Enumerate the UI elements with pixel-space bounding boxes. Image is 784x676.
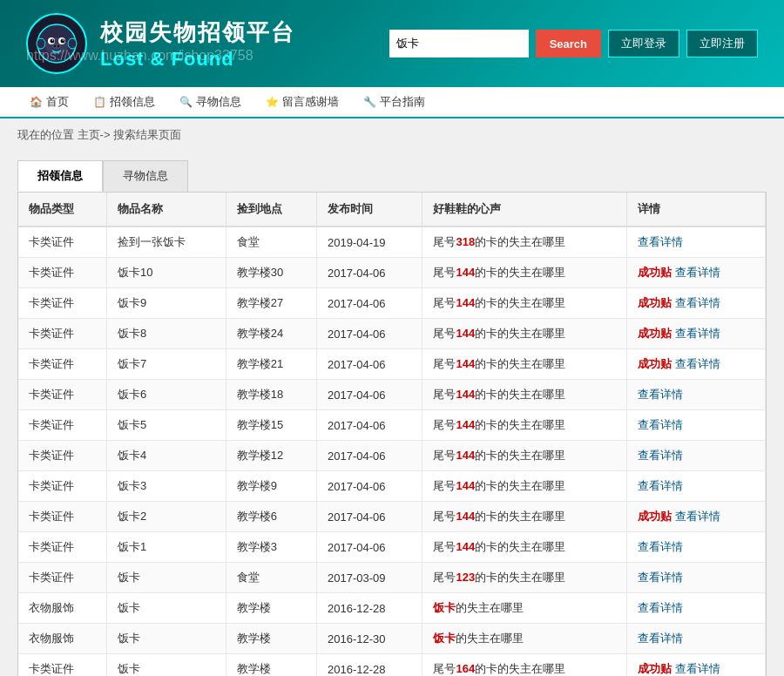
detail-link[interactable]: 查看详情 bbox=[638, 632, 683, 645]
cell-name: 饭卡7 bbox=[107, 349, 226, 380]
tab-claim-info[interactable]: 招领信息 bbox=[17, 160, 103, 192]
cell-place: 教学楼18 bbox=[226, 380, 316, 410]
svg-point-2 bbox=[68, 38, 77, 49]
cell-type: 衣物服饰 bbox=[18, 593, 107, 624]
register-button[interactable]: 立即注册 bbox=[686, 30, 758, 57]
search-nav-icon: 🔍 bbox=[179, 96, 193, 108]
detail-link[interactable]: 查看详情 bbox=[638, 479, 683, 492]
detail-link[interactable]: 查看详情 bbox=[675, 357, 720, 370]
nav-item-home[interactable]: 🏠 首页 bbox=[17, 87, 81, 117]
nav-item-claim[interactable]: 📋 招领信息 bbox=[81, 87, 167, 117]
success-badge: 成功贴 bbox=[638, 327, 675, 340]
cell-detail[interactable]: 成功贴 查看详情 bbox=[627, 502, 766, 532]
cell-place: 教学楼6 bbox=[226, 502, 316, 532]
table-row: 衣物服饰饭卡教学楼2016-12-28饭卡的失主在哪里查看详情 bbox=[18, 593, 766, 624]
cell-type: 卡类证件 bbox=[18, 502, 107, 532]
detail-link[interactable]: 查看详情 bbox=[638, 540, 683, 553]
detail-link[interactable]: 查看详情 bbox=[638, 388, 683, 401]
cell-detail[interactable]: 成功贴 查看详情 bbox=[627, 654, 766, 677]
cell-place: 教学楼3 bbox=[226, 532, 316, 563]
detail-link[interactable]: 查看详情 bbox=[638, 418, 683, 431]
cell-place: 教学楼9 bbox=[226, 471, 316, 502]
cell-detail[interactable]: 查看详情 bbox=[627, 532, 766, 563]
tab-bar: 招领信息 寻物信息 bbox=[17, 160, 767, 192]
cell-detail[interactable]: 查看详情 bbox=[627, 624, 766, 654]
nav-item-guide[interactable]: 🔧 平台指南 bbox=[351, 87, 437, 117]
cell-message: 尾号144的卡的失主在哪里 bbox=[422, 319, 627, 349]
success-badge: 成功贴 bbox=[638, 296, 675, 309]
cell-date: 2017-04-06 bbox=[317, 471, 422, 502]
detail-link[interactable]: 查看详情 bbox=[638, 449, 683, 462]
cell-detail[interactable]: 查看详情 bbox=[627, 441, 766, 471]
search-input[interactable] bbox=[389, 30, 529, 57]
svg-point-6 bbox=[51, 39, 55, 44]
cell-detail[interactable]: 查看详情 bbox=[627, 380, 766, 410]
detail-link[interactable]: 查看详情 bbox=[638, 601, 683, 614]
cell-detail[interactable]: 查看详情 bbox=[627, 410, 766, 441]
cell-date: 2017-04-06 bbox=[317, 258, 422, 288]
tab-lost-info[interactable]: 寻物信息 bbox=[103, 160, 188, 192]
cell-name: 饭卡 bbox=[107, 593, 226, 624]
detail-link[interactable]: 查看详情 bbox=[675, 662, 720, 675]
cell-date: 2017-04-06 bbox=[317, 502, 422, 532]
nav-label-thanks: 留言感谢墙 bbox=[282, 94, 339, 110]
cell-message: 尾号144的卡的失主在哪里 bbox=[422, 502, 627, 532]
nav-item-thanks[interactable]: ⭐ 留言感谢墙 bbox=[253, 87, 351, 117]
detail-link[interactable]: 查看详情 bbox=[675, 327, 720, 340]
cell-date: 2016-12-30 bbox=[317, 624, 422, 654]
svg-point-8 bbox=[52, 39, 54, 41]
cell-detail[interactable]: 查看详情 bbox=[627, 471, 766, 502]
cell-name: 饭卡 bbox=[107, 563, 226, 593]
cell-date: 2017-04-06 bbox=[317, 349, 422, 380]
table-row: 卡类证件饭卡2教学楼62017-04-06尾号144的卡的失主在哪里成功贴 查看… bbox=[18, 502, 766, 532]
main-content: 招领信息 寻物信息 物品类型 物品名称 捡到地点 发布时间 好鞋鞋的心声 详情 … bbox=[0, 152, 784, 676]
guide-icon: 🔧 bbox=[363, 96, 376, 108]
search-button[interactable]: Search bbox=[536, 30, 601, 57]
detail-link[interactable]: 查看详情 bbox=[675, 510, 720, 523]
cell-detail[interactable]: 成功贴 查看详情 bbox=[627, 319, 766, 349]
cell-detail[interactable]: 查看详情 bbox=[627, 563, 766, 593]
cell-message: 尾号144的卡的失主在哪里 bbox=[422, 288, 627, 319]
cell-place: 教学楼24 bbox=[226, 319, 316, 349]
table-row: 卡类证件饭卡6教学楼182017-04-06尾号144的卡的失主在哪里查看详情 bbox=[18, 380, 766, 410]
cell-name: 饭卡4 bbox=[107, 441, 226, 471]
cell-name: 捡到一张饭卡 bbox=[107, 226, 226, 258]
cell-message: 尾号144的卡的失主在哪里 bbox=[422, 441, 627, 471]
detail-link[interactable]: 查看详情 bbox=[675, 296, 720, 309]
cell-detail[interactable]: 成功贴 查看详情 bbox=[627, 258, 766, 288]
cell-date: 2017-04-06 bbox=[317, 441, 422, 471]
cell-place: 教学楼15 bbox=[226, 410, 316, 441]
cell-date: 2016-12-28 bbox=[317, 593, 422, 624]
col-header-name: 物品名称 bbox=[107, 193, 226, 226]
cell-message: 饭卡的失主在哪里 bbox=[422, 593, 627, 624]
table-row: 卡类证件饭卡8教学楼242017-04-06尾号144的卡的失主在哪里成功贴 查… bbox=[18, 319, 766, 349]
cell-date: 2017-04-06 bbox=[317, 288, 422, 319]
success-badge: 成功贴 bbox=[638, 510, 675, 523]
cell-name: 饭卡3 bbox=[107, 471, 226, 502]
login-button[interactable]: 立即登录 bbox=[608, 30, 679, 57]
cell-type: 卡类证件 bbox=[18, 471, 107, 502]
cell-message: 尾号144的卡的失主在哪里 bbox=[422, 380, 627, 410]
star-icon: ⭐ bbox=[266, 96, 279, 108]
success-badge: 成功贴 bbox=[638, 357, 675, 370]
cell-detail[interactable]: 查看详情 bbox=[627, 226, 766, 258]
cell-name: 饭卡2 bbox=[107, 502, 226, 532]
cell-message: 饭卡的失主在哪里 bbox=[422, 624, 627, 654]
cell-type: 卡类证件 bbox=[18, 563, 107, 593]
detail-link[interactable]: 查看详情 bbox=[638, 571, 683, 584]
nav-item-lost[interactable]: 🔍 寻物信息 bbox=[167, 87, 253, 117]
home-icon: 🏠 bbox=[30, 96, 43, 108]
svg-point-9 bbox=[63, 39, 64, 41]
logo-title: 校园失物招领平台 bbox=[100, 17, 295, 48]
detail-link[interactable]: 查看详情 bbox=[675, 266, 720, 279]
col-header-place: 捡到地点 bbox=[226, 193, 316, 226]
cell-place: 教学楼12 bbox=[226, 441, 316, 471]
cell-detail[interactable]: 查看详情 bbox=[627, 593, 766, 624]
table-row: 卡类证件饭卡1教学楼32017-04-06尾号144的卡的失主在哪里查看详情 bbox=[18, 532, 766, 563]
cell-name: 饭卡10 bbox=[107, 258, 226, 288]
svg-point-7 bbox=[61, 39, 65, 44]
cell-detail[interactable]: 成功贴 查看详情 bbox=[627, 349, 766, 380]
detail-link[interactable]: 查看详情 bbox=[638, 235, 683, 248]
table-row: 卡类证件饭卡3教学楼92017-04-06尾号144的卡的失主在哪里查看详情 bbox=[18, 471, 766, 502]
cell-detail[interactable]: 成功贴 查看详情 bbox=[627, 288, 766, 319]
